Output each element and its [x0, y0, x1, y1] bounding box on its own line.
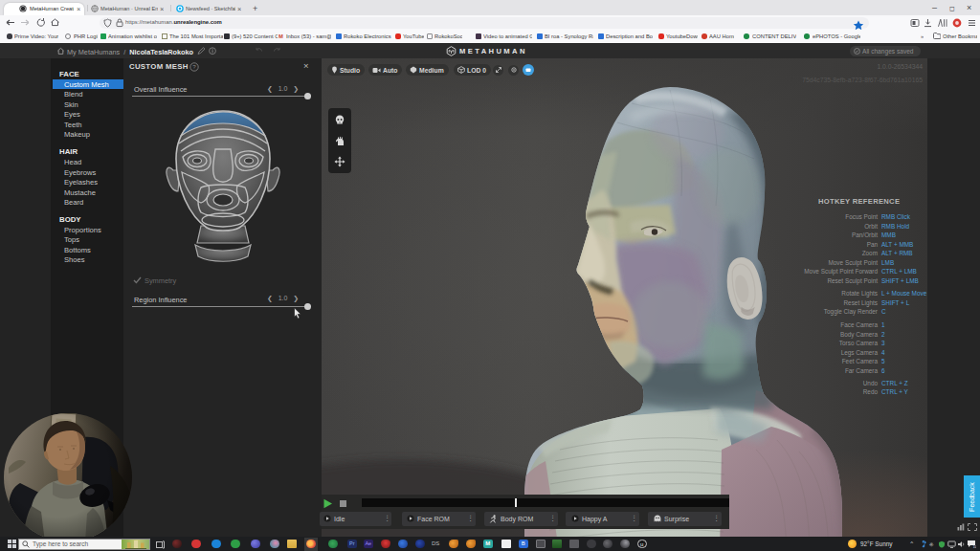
svg-text:10: 10: [973, 545, 976, 548]
svg-text:?: ?: [192, 63, 196, 70]
